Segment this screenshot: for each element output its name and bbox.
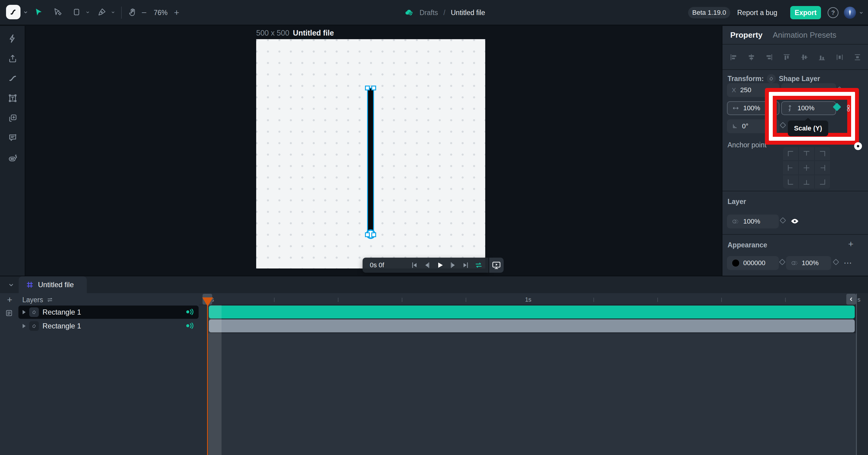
collapse-panel-chevron[interactable]	[7, 281, 16, 290]
selected-shape-rectangle[interactable]	[368, 89, 373, 234]
scale-x-input[interactable]: 100%	[727, 101, 779, 115]
tab-property[interactable]: Property	[730, 30, 763, 40]
breadcrumb-file-name[interactable]: Untitled file	[451, 9, 485, 17]
quick-actions-button[interactable]	[0, 31, 25, 46]
layer-name[interactable]: Rectangle 1	[42, 308, 81, 316]
user-avatar[interactable]	[844, 7, 856, 19]
anchor-middle-right-button[interactable]	[815, 161, 830, 174]
fill-color-input[interactable]: 000000	[727, 256, 779, 270]
animated-indicator-icon[interactable]	[185, 308, 194, 316]
add-layer-button[interactable]: +	[4, 294, 15, 305]
account-chevron-icon[interactable]	[858, 9, 864, 16]
skip-to-end-button[interactable]	[461, 261, 470, 269]
export-button[interactable]: Export	[790, 6, 821, 19]
tab-animation-presets[interactable]: Animation Presets	[773, 30, 836, 40]
canvas[interactable]	[256, 39, 485, 268]
ruler-second-label: 1s	[525, 296, 531, 303]
align-top-button[interactable]	[780, 51, 793, 64]
anchor-bottom-center-button[interactable]	[799, 175, 814, 189]
anchor-bottom-left-button[interactable]	[783, 175, 798, 189]
text-tool-button[interactable]	[0, 90, 25, 106]
layer-row-selected[interactable]: Rectangle 1	[19, 305, 198, 319]
fill-more-button[interactable]: ⋯	[842, 257, 853, 268]
fill-color-swatch[interactable]	[732, 259, 740, 267]
scale-y-keyframe-diamond-active[interactable]	[834, 104, 840, 110]
rotation-input[interactable]: 0°	[727, 119, 779, 133]
upload-button[interactable]	[0, 51, 25, 66]
loop-toggle-button[interactable]	[474, 261, 483, 270]
zoom-level-value[interactable]: 76%	[151, 7, 170, 19]
anchor-top-center-button[interactable]	[799, 147, 814, 160]
layer-visibility-toggle[interactable]	[789, 216, 800, 227]
breadcrumb-drafts[interactable]: Drafts	[420, 9, 438, 17]
anchor-top-left-button[interactable]	[783, 147, 798, 160]
rotation-keyframe-diamond[interactable]	[781, 123, 785, 127]
frame-tool-chevron-icon[interactable]	[84, 9, 91, 16]
frame-tool-button[interactable]	[70, 5, 83, 19]
align-right-button[interactable]	[763, 51, 776, 64]
position-x-label: X	[732, 87, 736, 94]
align-left-button[interactable]	[727, 51, 740, 64]
layer-opacity-keyframe-diamond[interactable]	[781, 218, 785, 223]
report-bug-button[interactable]: Report a bug	[737, 7, 777, 19]
expand-caret-icon[interactable]	[23, 310, 26, 314]
align-horizontal-center-button[interactable]	[745, 51, 758, 64]
layer-name[interactable]: Rectangle 1	[42, 322, 81, 330]
node-tool-button[interactable]	[51, 5, 64, 19]
playhead-line[interactable]	[207, 302, 208, 455]
animated-indicator-icon[interactable]	[185, 322, 194, 329]
comments-button[interactable]	[0, 130, 25, 145]
duplicate-plus-icon	[8, 113, 18, 123]
canvas-file-label[interactable]: Untitled file	[293, 29, 334, 37]
track-bar[interactable]	[209, 319, 855, 332]
logo-menu-chevron-icon[interactable]	[22, 9, 29, 16]
anchor-center-button[interactable]	[799, 161, 814, 174]
anchor-top-right-button[interactable]	[815, 147, 830, 160]
reorder-swap-icon[interactable]	[47, 297, 54, 303]
help-button[interactable]: ?	[828, 7, 838, 18]
position-keyframe-diamond[interactable]	[837, 87, 842, 92]
appearance-add-button[interactable]: +	[845, 239, 856, 250]
selection-handle-bottom-right[interactable]	[371, 232, 376, 237]
panel-tabs: Property Animation Presets	[722, 26, 868, 44]
app-logo-button[interactable]	[6, 5, 21, 19]
add-component-button[interactable]	[0, 110, 25, 126]
distribute-horizontal-button[interactable]	[833, 51, 846, 64]
scale-y-input[interactable]: 100%	[781, 101, 836, 115]
scale-link-toggle[interactable]	[844, 102, 853, 114]
work-area-end-line[interactable]	[856, 294, 857, 455]
play-button[interactable]	[435, 261, 444, 270]
step-forward-button[interactable]	[449, 261, 457, 269]
hand-tool-button[interactable]	[126, 5, 139, 19]
pen-tool-chevron-icon[interactable]	[110, 9, 116, 16]
align-bottom-button[interactable]	[815, 51, 829, 64]
anchor-middle-left-button[interactable]	[783, 161, 798, 174]
timeline-ruler[interactable]: s 1s	[199, 293, 868, 305]
draw-curve-button[interactable]	[0, 70, 25, 86]
layer-row[interactable]: Rectangle 1	[19, 319, 198, 333]
position-x-input[interactable]: X 250	[727, 83, 779, 97]
ai-assistant-button[interactable]	[0, 150, 25, 166]
select-tool-button[interactable]	[32, 5, 45, 19]
file-tab-active[interactable]: Untitled file	[19, 276, 87, 293]
align-vertical-center-button[interactable]	[798, 51, 811, 64]
zoom-in-button[interactable]: +	[170, 7, 183, 19]
position-y-input[interactable]	[781, 83, 836, 97]
expand-caret-icon[interactable]	[23, 324, 26, 328]
work-area-end-handle[interactable]	[846, 294, 856, 305]
layer-opacity-input[interactable]: 100%	[727, 215, 779, 228]
distribute-vertical-button[interactable]	[851, 51, 864, 64]
step-back-button[interactable]	[423, 261, 431, 269]
pen-tool-button[interactable]	[95, 5, 108, 19]
selection-handle-top-left[interactable]	[365, 86, 370, 90]
fill-opacity-input[interactable]: 100%	[786, 256, 831, 270]
selection-handle-bottom-left[interactable]	[365, 232, 370, 237]
track-bar-selected[interactable]	[209, 305, 855, 319]
skip-to-start-button[interactable]	[410, 261, 418, 269]
anchor-bottom-right-button[interactable]	[815, 175, 830, 189]
preview-window-button[interactable]	[489, 258, 504, 273]
selection-handle-top-right[interactable]	[371, 86, 376, 90]
fill-keyframe-diamond[interactable]	[780, 260, 784, 264]
fill-opacity-keyframe-diamond[interactable]	[834, 260, 838, 264]
zoom-out-button[interactable]: −	[138, 7, 150, 19]
